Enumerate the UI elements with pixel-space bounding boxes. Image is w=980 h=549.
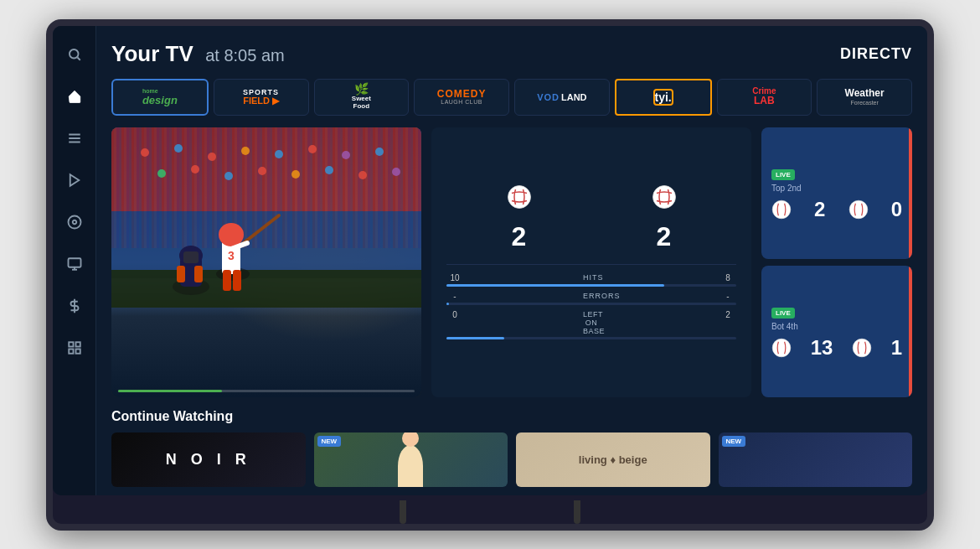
tv-outer: Your TV at 8:05 am DIRECTV home design xyxy=(46,19,934,531)
card-blue[interactable]: NEW xyxy=(719,432,913,487)
svg-point-50 xyxy=(652,186,675,209)
svg-point-34 xyxy=(392,168,400,176)
content-row: 3 xyxy=(111,127,912,397)
svg-point-53 xyxy=(772,339,791,357)
hits-label: HITS xyxy=(583,273,600,282)
lob-team1: 0 xyxy=(446,310,463,335)
svg-rect-41 xyxy=(223,270,231,291)
team2-score: 2 xyxy=(657,221,672,252)
channel-comedy[interactable]: COMEDY LAUGH CLUB xyxy=(414,79,509,116)
svg-point-27 xyxy=(157,169,166,178)
svg-rect-42 xyxy=(233,270,241,291)
svg-point-0 xyxy=(70,49,79,59)
channel-home-design[interactable]: home design xyxy=(111,79,209,116)
errors-label: ERRORS xyxy=(583,292,600,301)
video-progress-bar[interactable] xyxy=(118,390,415,392)
svg-point-7 xyxy=(72,220,76,224)
svg-point-31 xyxy=(291,170,300,179)
live-game-1[interactable]: LIVE Top 2nd 2 xyxy=(761,127,912,259)
svg-point-26 xyxy=(375,148,384,156)
card-living[interactable]: living ♦ beige xyxy=(516,432,710,487)
game1-score2: 0 xyxy=(891,198,902,221)
svg-point-54 xyxy=(853,339,871,357)
tv-leg-left xyxy=(400,500,406,524)
svg-point-33 xyxy=(358,171,367,179)
svg-point-51 xyxy=(772,200,791,219)
svg-point-22 xyxy=(241,147,250,155)
sidebar-icon-list[interactable] xyxy=(63,127,86,150)
sidebar-icon-grid[interactable] xyxy=(63,336,86,360)
channel-crime-lab[interactable]: Crime LAB xyxy=(717,79,812,116)
channel-strip: home design SPORTS FIELD ▶ 🌿 Sweet xyxy=(111,79,912,116)
header: Your TV at 8:05 am DIRECTV xyxy=(111,41,912,67)
score-row-numbers: 2 2 xyxy=(446,221,736,252)
channel-vod-land[interactable]: VOD LAND xyxy=(514,79,610,116)
lob-label: LEFT ON BASE xyxy=(583,310,600,335)
hits-values: 10 HITS 8 xyxy=(446,273,736,282)
svg-point-6 xyxy=(68,215,80,228)
sidebar-icon-compass[interactable] xyxy=(63,210,86,234)
video-panel[interactable]: 3 xyxy=(111,127,421,397)
tv-screen: Your TV at 8:05 am DIRECTV home design xyxy=(53,26,927,495)
continue-watching-section: Continue Watching N O I R NEW xyxy=(111,409,912,495)
sidebar-icon-dollar[interactable] xyxy=(63,294,86,318)
baseball-icon-1 xyxy=(507,184,532,210)
svg-line-1 xyxy=(77,57,80,60)
header-title-group: Your TV at 8:05 am xyxy=(111,41,285,67)
svg-rect-46 xyxy=(183,251,199,263)
sidebar-icon-home[interactable] xyxy=(63,85,86,108)
channel-tyi[interactable]: tyi. xyxy=(615,79,712,116)
errors-values: - ERRORS - xyxy=(446,292,736,301)
svg-point-32 xyxy=(325,166,333,174)
mini-baseball-4 xyxy=(852,338,872,358)
svg-point-19 xyxy=(141,148,149,157)
card-person-new-badge: NEW xyxy=(317,436,342,447)
errors-bar xyxy=(446,303,736,305)
svg-point-52 xyxy=(849,200,868,219)
hits-bar xyxy=(446,284,736,287)
tv-leg-right xyxy=(574,500,580,524)
living-label: living ♦ beige xyxy=(579,453,647,466)
baseball-icon-2 xyxy=(652,184,677,210)
svg-rect-18 xyxy=(111,270,421,308)
lob-team2: 2 xyxy=(720,310,736,335)
main-content: Your TV at 8:05 am DIRECTV home design xyxy=(96,26,927,495)
svg-marker-5 xyxy=(70,174,79,186)
svg-point-25 xyxy=(342,151,350,159)
svg-point-28 xyxy=(191,165,199,174)
sidebar-icon-search[interactable] xyxy=(63,43,86,66)
mini-baseball-3 xyxy=(771,338,792,358)
svg-point-20 xyxy=(174,144,183,153)
svg-rect-8 xyxy=(68,258,80,267)
continue-cards: N O I R NEW living ♦ beige xyxy=(111,432,912,487)
person-silhouette xyxy=(398,445,423,487)
game2-score2: 1 xyxy=(891,336,902,360)
channel-weather[interactable]: Weather Forecaster xyxy=(817,79,912,116)
lob-values: 0 LEFT ON BASE 2 xyxy=(446,310,736,335)
card-person[interactable]: NEW xyxy=(314,432,508,487)
page-title: Your TV xyxy=(111,41,193,66)
svg-rect-15 xyxy=(75,349,80,353)
sidebar xyxy=(53,26,96,495)
continue-watching-title: Continue Watching xyxy=(111,409,912,424)
live-games-panel: LIVE Top 2nd 2 xyxy=(761,127,912,397)
sidebar-icon-screen[interactable] xyxy=(63,252,86,276)
score-row-baseballs xyxy=(446,184,736,210)
svg-point-29 xyxy=(224,172,233,180)
sidebar-icon-video[interactable] xyxy=(63,168,86,192)
game-status-1: Top 2nd xyxy=(771,184,802,193)
live-badge-2: LIVE xyxy=(771,308,795,319)
svg-rect-16 xyxy=(111,127,421,211)
svg-point-21 xyxy=(208,153,216,161)
game2-score1: 13 xyxy=(811,336,833,360)
svg-rect-13 xyxy=(75,342,80,346)
card-noir[interactable]: N O I R xyxy=(111,432,306,487)
svg-point-30 xyxy=(258,167,266,175)
scores-panel: 2 2 10 HITS 8 xyxy=(431,127,751,397)
live-badge-1: LIVE xyxy=(771,169,795,180)
progress-bar-fill xyxy=(118,390,222,392)
directv-logo: DIRECTV xyxy=(840,45,912,63)
channel-sweet-food[interactable]: 🌿 Sweet Food xyxy=(314,79,410,116)
channel-sports-field[interactable]: SPORTS FIELD ▶ xyxy=(214,79,309,116)
live-game-2[interactable]: LIVE Bot 4th 13 xyxy=(761,266,912,397)
